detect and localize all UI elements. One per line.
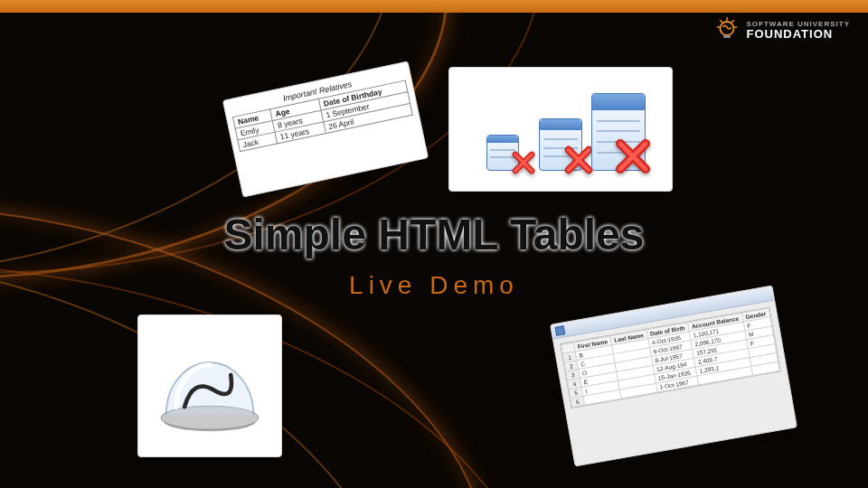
lightbulb-icon [713, 16, 741, 43]
table-icon [476, 88, 530, 171]
delete-x-icon [615, 138, 651, 174]
delete-x-icon [512, 151, 535, 174]
delete-x-icon [564, 145, 593, 174]
brand-line2: FOUNDATION [746, 28, 850, 40]
slide-title: Simple HTML Tables [0, 210, 868, 259]
table-icon [533, 88, 588, 171]
top-accent-bar [0, 0, 868, 13]
glass-dome-image [137, 314, 282, 457]
table-delete-icons-image [448, 67, 673, 192]
app-icon [555, 325, 566, 336]
table-icon [591, 88, 646, 171]
svg-point-0 [721, 22, 734, 35]
brand-logo: SOFTWARE UNIVERSITY FOUNDATION [713, 16, 850, 43]
